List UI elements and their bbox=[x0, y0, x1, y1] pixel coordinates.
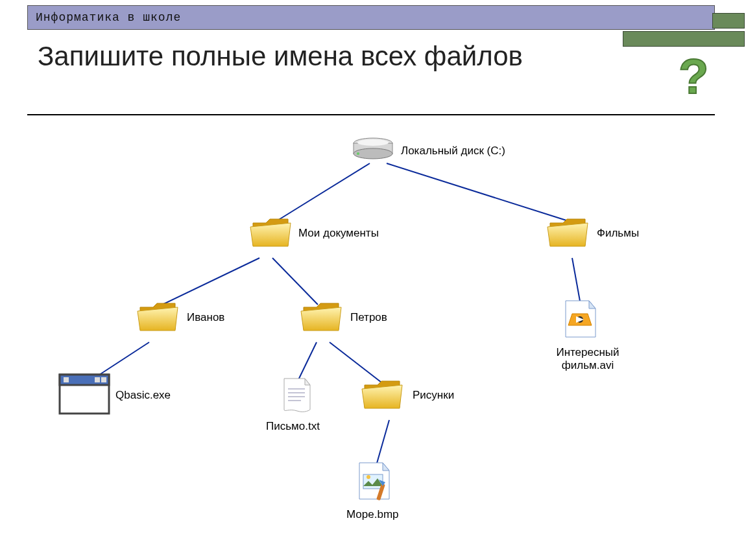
node-label-films: Фильмы bbox=[597, 227, 639, 240]
svg-point-25 bbox=[367, 475, 370, 479]
node-label-pictures: Рисунки bbox=[413, 389, 454, 402]
node-label-sea: Море.bmp bbox=[346, 508, 399, 521]
svg-point-14 bbox=[357, 152, 359, 155]
file-tree-diagram: Локальный диск (C:) Мои документы Фильмы… bbox=[0, 0, 746, 560]
hard-disk-icon bbox=[350, 136, 396, 167]
node-label-movie: Интересный фильм.avi bbox=[549, 346, 627, 373]
image-file-icon bbox=[355, 460, 393, 506]
node-label-petrov: Петров bbox=[350, 311, 387, 324]
video-file-icon bbox=[562, 298, 599, 344]
node-label-letter: Письмо.txt bbox=[266, 420, 320, 433]
node-label-root: Локальный диск (C:) bbox=[401, 145, 505, 158]
folder-icon bbox=[136, 298, 182, 338]
svg-point-13 bbox=[357, 139, 389, 146]
application-icon bbox=[58, 373, 110, 417]
node-label-qbasic: Qbasic.exe bbox=[115, 389, 171, 402]
folder-icon bbox=[361, 376, 406, 416]
folder-icon bbox=[300, 298, 345, 338]
svg-rect-19 bbox=[101, 377, 106, 382]
svg-rect-24 bbox=[363, 474, 383, 489]
node-label-mydocs: Мои документы bbox=[298, 227, 379, 240]
svg-rect-18 bbox=[95, 377, 100, 382]
text-file-icon bbox=[279, 376, 315, 417]
folder-icon bbox=[249, 214, 295, 254]
node-label-ivanov: Иванов bbox=[187, 311, 224, 324]
svg-rect-17 bbox=[64, 377, 69, 382]
folder-icon bbox=[546, 214, 592, 254]
